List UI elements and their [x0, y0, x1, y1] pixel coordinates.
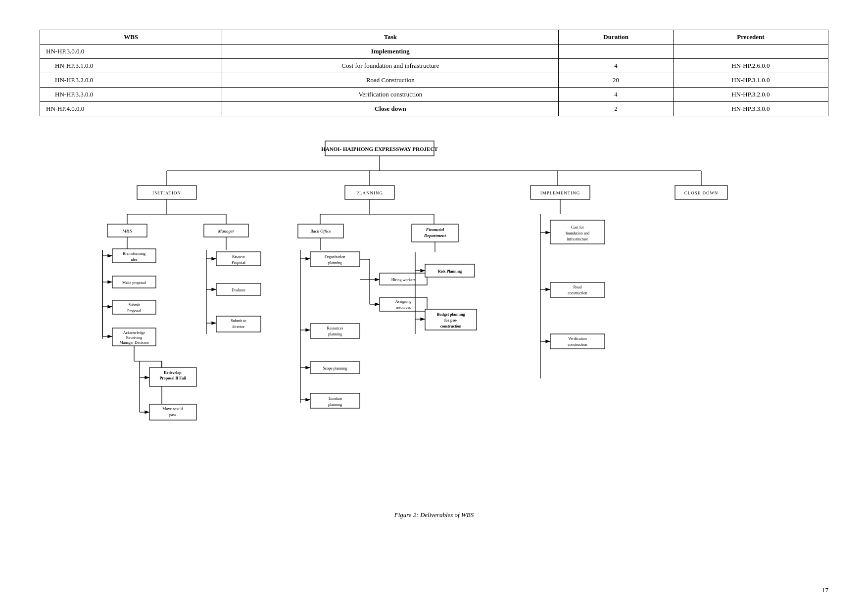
- assigning-resources-label: Assigning: [395, 299, 411, 304]
- redevelop-label2: Proposal If Fail: [159, 376, 186, 380]
- cost-foundation-label: Cost for: [571, 225, 584, 230]
- move-next-label: Move next if: [162, 407, 183, 411]
- initiation-node-label: INITIATION: [152, 190, 181, 195]
- col-header-task: Task: [222, 30, 559, 45]
- col-header-precedent: Precedent: [673, 30, 828, 45]
- budget-planning-label: Budget planning: [437, 312, 465, 317]
- wbs-diagram: HANOI- HAIPHONG EXPRESSWAY PROJECT INITI…: [63, 136, 805, 507]
- table-row: HN-HP.4.0.0.0 Close down 2 HN-HP.3.3.0.0: [40, 102, 828, 116]
- financial-dept-label2: Department: [424, 233, 446, 238]
- brainstorming-label: Brainstorming: [123, 251, 145, 256]
- implementing-node-label: IMPLEMENTING: [540, 190, 580, 195]
- receive-proposal-label: Receive: [232, 254, 245, 259]
- brainstorming-label2: idea: [131, 257, 138, 262]
- resources-planning-label: Resources: [327, 326, 343, 331]
- evaluate-label: Evaluate: [232, 288, 245, 292]
- duration-cell: 4: [559, 59, 673, 73]
- redevelop-label: Redevelop: [164, 371, 182, 375]
- col-header-duration: Duration: [559, 30, 673, 45]
- financial-dept-label: Financial: [426, 227, 444, 232]
- submit-director-label: Submit to: [231, 319, 246, 323]
- col-header-wbs: WBS: [40, 30, 222, 45]
- table-row: HN-HP.3.2.0.0 Road Construction 20 HN-HP…: [40, 73, 828, 88]
- precedent-cell: HN-HP.3.3.0.0: [673, 102, 828, 116]
- road-construction-label: Road: [574, 285, 582, 289]
- precedent-cell: HN-HP.2.6.0.0: [673, 59, 828, 73]
- budget-planning-label3: construction: [440, 324, 462, 329]
- duration-cell: 4: [559, 88, 673, 102]
- duration-cell: 20: [559, 73, 673, 88]
- make-proposal-label: Make proposal: [122, 281, 146, 285]
- ms-node-label: M&S: [122, 229, 132, 234]
- acknowledge-label3: Manager Decision: [120, 340, 149, 345]
- wbs-cell: HN-HP.3.3.0.0: [40, 88, 222, 102]
- closedown-node-label: CLOSE DOWN: [684, 190, 719, 195]
- road-construction-label2: construction: [568, 291, 587, 295]
- page-number: 17: [822, 586, 828, 594]
- cost-foundation-label2: foundation and: [566, 231, 589, 236]
- timeline-planning-label2: planning: [328, 402, 342, 407]
- planning-node-label: PLANNING: [356, 190, 383, 195]
- diagram-container: HANOI- HAIPHONG EXPRESSWAY PROJECT INITI…: [40, 136, 828, 519]
- task-cell: Road Construction: [222, 73, 559, 88]
- risk-planning-label: Risk Planning: [438, 269, 462, 274]
- verification-construction-label: Verification: [568, 336, 587, 341]
- org-planning-label: Organization: [325, 255, 345, 259]
- table-row: HN-HP.3.3.0.0 Verification construction …: [40, 88, 828, 102]
- submit-director-label2: director: [233, 325, 245, 329]
- wbs-cell: HN-HP.3.1.0.0: [40, 59, 222, 73]
- assigning-resources-label2: resources: [396, 305, 411, 310]
- budget-planning-label2: for pre-: [444, 318, 457, 323]
- task-cell: Verification construction: [222, 88, 559, 102]
- task-cell: Close down: [222, 102, 559, 116]
- table-row: HN-HP.3.1.0.0 Cost for foundation and in…: [40, 59, 828, 73]
- precedent-cell: HN-HP.3.2.0.0: [673, 88, 828, 102]
- receive-proposal-label2: Proposal: [232, 260, 246, 265]
- manager-node-label: Manager: [218, 229, 235, 234]
- wbs-cell: HN-HP.3.2.0.0: [40, 73, 222, 88]
- root-node-label: HANOI- HAIPHONG EXPRESSWAY PROJECT: [321, 146, 438, 152]
- org-planning-label2: planning: [328, 261, 342, 265]
- duration-cell: 2: [559, 102, 673, 116]
- move-next-label2: pass: [169, 413, 176, 417]
- wbs-cell: HN-HP.3.0.0.0: [40, 45, 222, 59]
- wbs-table: WBS Task Duration Precedent HN-HP.3.0.0.…: [40, 30, 828, 116]
- wbs-cell: HN-HP.4.0.0.0: [40, 102, 222, 116]
- table-row: HN-HP.3.0.0.0 Implementing: [40, 45, 828, 59]
- submit-proposal-label2: Proposal: [127, 309, 142, 313]
- timeline-planning-label: Timeline: [328, 396, 342, 401]
- acknowledge-label2: Receiving: [126, 335, 142, 340]
- task-cell: Cost for foundation and infrastructure: [222, 59, 559, 73]
- precedent-cell: HN-HP.3.1.0.0: [673, 73, 828, 88]
- scope-planning-label: Scope planning: [323, 366, 347, 371]
- duration-cell: [559, 45, 673, 59]
- figure-caption: Figure 2: Deliverables of WBS: [394, 511, 474, 519]
- hiring-workers-label: Hiring workers: [391, 278, 416, 282]
- backoffice-node-label: Back Office: [310, 229, 331, 234]
- submit-proposal-label: Submit: [128, 303, 140, 307]
- resources-planning-label2: planning: [328, 332, 342, 336]
- acknowledge-label: Acknowledge: [123, 331, 145, 335]
- verification-construction-label2: construction: [568, 342, 587, 347]
- task-cell: Implementing: [222, 45, 559, 59]
- precedent-cell: [673, 45, 828, 59]
- cost-foundation-label3: infrastructure: [567, 237, 588, 241]
